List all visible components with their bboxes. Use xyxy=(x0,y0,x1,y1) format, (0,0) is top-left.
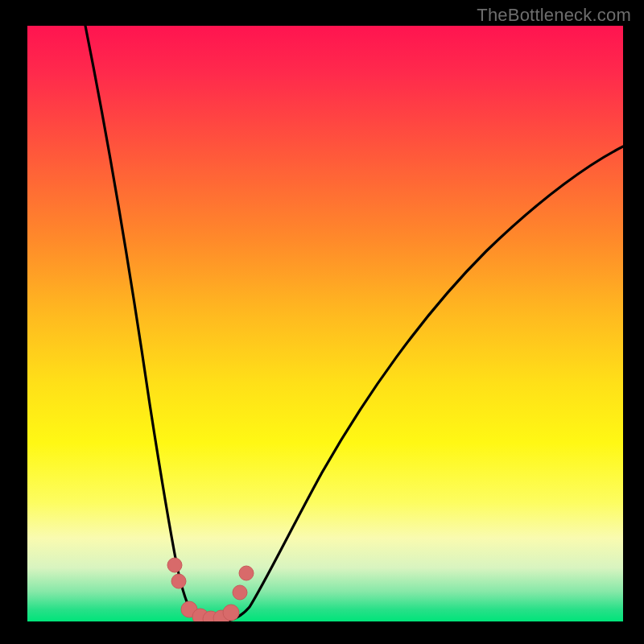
plot-area xyxy=(27,26,623,621)
bottleneck-curve xyxy=(27,26,623,621)
marker-dot xyxy=(239,566,254,580)
curve-path xyxy=(85,26,623,621)
marker-dot xyxy=(233,585,247,600)
chart-frame: TheBottleneck.com xyxy=(0,0,644,644)
marker-group xyxy=(167,558,254,621)
marker-dot xyxy=(171,574,186,588)
marker-dot xyxy=(167,558,182,572)
watermark-text: TheBottleneck.com xyxy=(477,5,631,26)
marker-dot xyxy=(223,605,239,621)
